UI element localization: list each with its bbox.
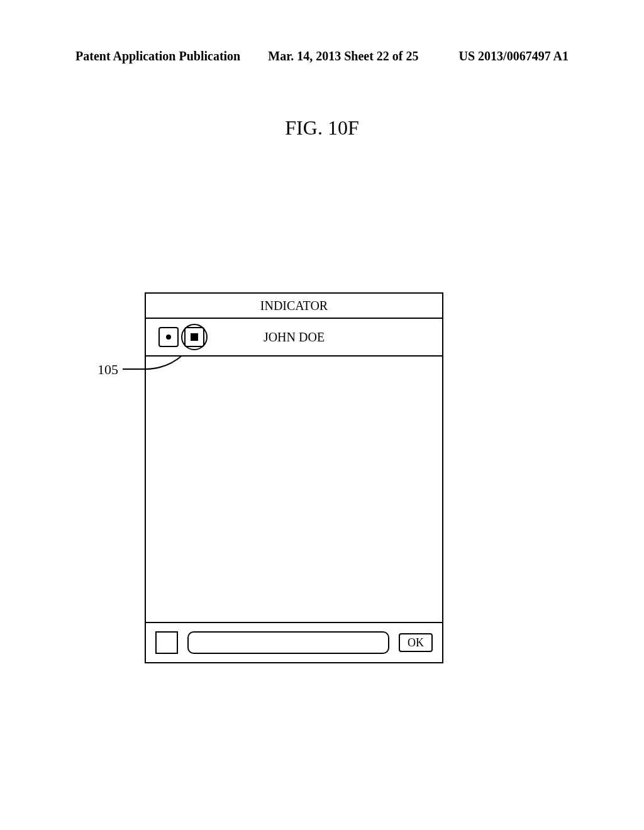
callout-leader-line xyxy=(123,355,192,374)
header-publication-number: US 2013/0067497 A1 xyxy=(459,49,569,64)
indicator-label: INDICATOR xyxy=(260,299,328,313)
figure-title: FIG. 10F xyxy=(0,116,644,140)
indicator-bar: INDICATOR xyxy=(146,294,442,319)
title-bar: JOHN DOE xyxy=(146,319,442,357)
callout-reference-number: 105 xyxy=(97,362,118,378)
ok-button-label: OK xyxy=(408,636,424,650)
device-frame: INDICATOR JOHN DOE OK xyxy=(145,292,443,663)
user-name-label: JOHN DOE xyxy=(264,330,325,345)
dot-icon xyxy=(166,335,171,340)
attachment-button[interactable] xyxy=(155,631,178,654)
bottom-bar: OK xyxy=(146,622,442,662)
status-icon-1[interactable] xyxy=(158,327,179,347)
ok-button[interactable]: OK xyxy=(399,633,433,652)
text-input-field[interactable] xyxy=(187,631,389,654)
header-date-sheet: Mar. 14, 2013 Sheet 22 of 25 xyxy=(268,49,418,64)
header-publication-type: Patent Application Publication xyxy=(75,49,240,64)
icon-group xyxy=(158,324,207,350)
status-icon-2[interactable] xyxy=(184,327,204,347)
selected-icon-wrapper xyxy=(182,324,207,350)
page-header: Patent Application Publication Mar. 14, … xyxy=(0,49,644,64)
square-icon xyxy=(191,333,198,341)
